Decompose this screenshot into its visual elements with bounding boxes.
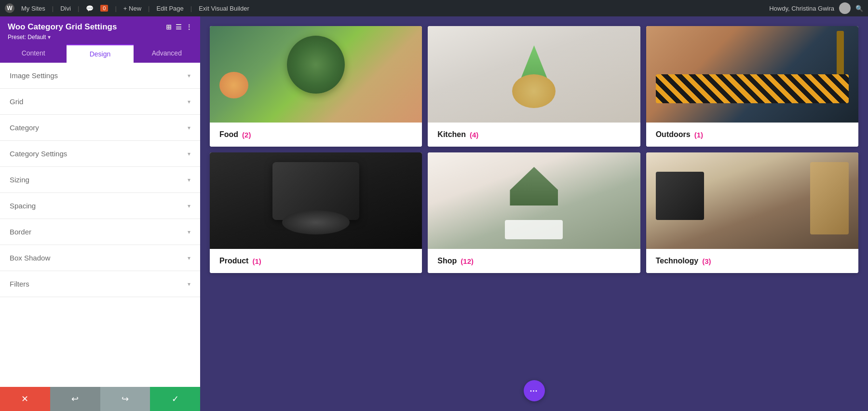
category-image-technology [646, 152, 858, 249]
tab-content[interactable]: Content [0, 44, 67, 63]
category-card-product[interactable]: Product (1) [210, 152, 422, 273]
category-count-product: (1) [252, 257, 261, 265]
sidebar-header: Woo Category Grid Settings ⊞ ☰ ⋮ Preset:… [0, 16, 200, 44]
category-label-kitchen: Kitchen (4) [428, 123, 640, 147]
category-card-outdoors[interactable]: Outdoors (1) [646, 26, 858, 147]
sidebar-title-icons: ⊞ ☰ ⋮ [166, 23, 192, 31]
category-name-technology: Technology [656, 257, 699, 265]
category-name-kitchen: Kitchen [437, 130, 466, 139]
chevron-down-icon: ▾ [188, 151, 190, 157]
tab-design[interactable]: Design [67, 44, 133, 63]
sidebar-icon-list[interactable]: ☰ [176, 23, 182, 31]
preset-selector[interactable]: Preset: Default ▾ [8, 34, 192, 41]
chevron-down-icon: ▾ [188, 177, 190, 183]
accordion-sizing: Sizing ▾ [0, 167, 200, 193]
my-sites-link[interactable]: My Sites [21, 5, 45, 12]
category-grid: Food (2) Kitchen (4) Outdoors (1) [205, 21, 863, 278]
sidebar-actions: ✕ ↩ ↪ ✓ [0, 387, 200, 411]
cancel-button[interactable]: ✕ [0, 387, 50, 411]
comment-count: 0 [100, 5, 108, 12]
chevron-down-icon: ▾ [188, 124, 190, 131]
category-count-shop: (12) [461, 257, 474, 265]
floating-dots-button[interactable]: ••• [524, 380, 545, 401]
comment-icon[interactable]: 💬 [86, 5, 94, 12]
category-image-product [210, 152, 422, 249]
accordion-header-border[interactable]: Border ▾ [0, 219, 200, 245]
sidebar-tabs: Content Design Advanced [0, 44, 200, 63]
category-image-food [210, 26, 422, 123]
accordion-list: Image Settings ▾ Grid ▾ Category ▾ Categ… [0, 63, 200, 387]
chevron-down-icon: ▾ [188, 72, 190, 79]
category-label-food: Food (2) [210, 123, 422, 147]
category-grid-container: Food (2) Kitchen (4) Outdoors (1) [200, 16, 868, 411]
accordion-header-grid[interactable]: Grid ▾ [0, 89, 200, 114]
chevron-down-icon: ▾ [188, 281, 190, 288]
category-card-food[interactable]: Food (2) [210, 26, 422, 147]
category-label-outdoors: Outdoors (1) [646, 123, 858, 147]
chevron-down-icon: ▾ [188, 203, 190, 209]
category-card-technology[interactable]: Technology (3) [646, 152, 858, 273]
main-content-area: Food (2) Kitchen (4) Outdoors (1) [200, 16, 868, 411]
sidebar-icon-menu[interactable]: ⋮ [186, 23, 192, 31]
accordion-header-spacing[interactable]: Spacing ▾ [0, 193, 200, 219]
chevron-down-icon: ▾ [188, 229, 190, 235]
exit-builder-button[interactable]: Exit Visual Builder [199, 5, 249, 12]
accordion-box-shadow: Box Shadow ▾ [0, 245, 200, 271]
sidebar-title: Woo Category Grid Settings ⊞ ☰ ⋮ [8, 22, 192, 32]
search-icon[interactable]: 🔍 [855, 5, 863, 12]
accordion-spacing: Spacing ▾ [0, 193, 200, 219]
save-button[interactable]: ✓ [150, 387, 200, 411]
category-count-kitchen: (4) [470, 131, 478, 139]
redo-button[interactable]: ↪ [100, 387, 150, 411]
new-button[interactable]: + New [123, 5, 141, 12]
category-count-food: (2) [242, 131, 251, 139]
accordion-header-category-settings[interactable]: Category Settings ▾ [0, 141, 200, 166]
category-card-kitchen[interactable]: Kitchen (4) [428, 26, 640, 147]
accordion-grid: Grid ▾ [0, 89, 200, 115]
chevron-down-icon: ▾ [188, 98, 190, 105]
howdy-text: Howdy, Christina Gwira [769, 5, 834, 12]
chevron-down-icon: ▾ [188, 255, 190, 261]
category-image-kitchen [428, 26, 640, 123]
category-name-shop: Shop [437, 257, 457, 265]
category-name-food: Food [219, 130, 238, 139]
accordion-image-settings: Image Settings ▾ [0, 63, 200, 89]
admin-bar: W My Sites | Divi | 💬 0 | + New | Edit P… [0, 0, 868, 16]
accordion-border: Border ▾ [0, 219, 200, 245]
category-name-product: Product [219, 257, 248, 265]
category-card-shop[interactable]: Shop (12) [428, 152, 640, 273]
divi-link[interactable]: Divi [60, 5, 71, 12]
accordion-header-sizing[interactable]: Sizing ▾ [0, 167, 200, 192]
category-image-outdoors [646, 26, 858, 123]
wordpress-logo[interactable]: W [5, 3, 14, 13]
category-label-technology: Technology (3) [646, 249, 858, 273]
sidebar-icon-grid[interactable]: ⊞ [166, 23, 172, 31]
avatar[interactable] [839, 2, 851, 14]
accordion-filters: Filters ▾ [0, 271, 200, 297]
edit-page-button[interactable]: Edit Page [156, 5, 183, 12]
accordion-header-box-shadow[interactable]: Box Shadow ▾ [0, 245, 200, 271]
accordion-header-filters[interactable]: Filters ▾ [0, 271, 200, 297]
accordion-header-category[interactable]: Category ▾ [0, 115, 200, 140]
tab-advanced[interactable]: Advanced [134, 44, 200, 63]
category-count-outdoors: (1) [694, 131, 703, 139]
sidebar: Woo Category Grid Settings ⊞ ☰ ⋮ Preset:… [0, 16, 200, 411]
category-label-product: Product (1) [210, 249, 422, 273]
category-name-outdoors: Outdoors [656, 130, 691, 139]
undo-button[interactable]: ↩ [50, 387, 100, 411]
accordion-category: Category ▾ [0, 115, 200, 141]
category-count-technology: (3) [702, 257, 711, 265]
accordion-header-image-settings[interactable]: Image Settings ▾ [0, 63, 200, 88]
category-image-shop [428, 152, 640, 249]
category-label-shop: Shop (12) [428, 249, 640, 273]
accordion-category-settings: Category Settings ▾ [0, 141, 200, 167]
